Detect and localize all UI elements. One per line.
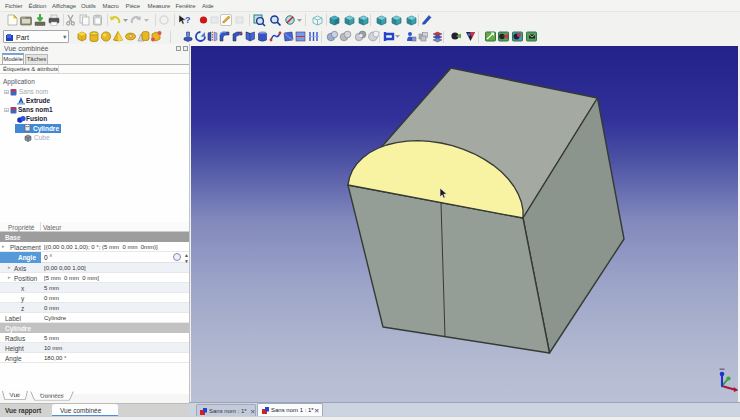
svg-text:?: ? <box>185 15 191 25</box>
